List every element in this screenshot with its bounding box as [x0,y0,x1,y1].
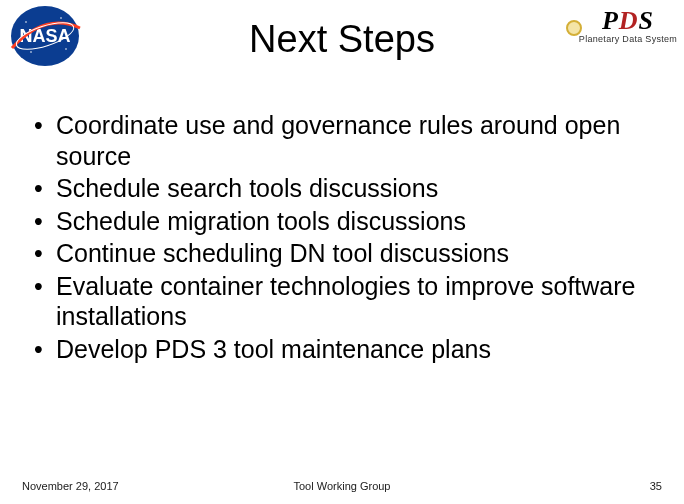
slide-title: Next Steps [0,18,684,61]
bullet-item: Continue scheduling DN tool discussions [34,238,650,269]
bullet-item: Evaluate container technologies to impro… [34,271,650,332]
bullet-item: Develop PDS 3 tool maintenance plans [34,334,650,365]
bullet-item: Coordinate use and governance rules arou… [34,110,650,171]
slide: NASA PDS Planetary Data System Next Step… [0,0,684,504]
footer-center: Tool Working Group [22,480,662,492]
bullet-item: Schedule migration tools discussions [34,206,650,237]
slide-body: Coordinate use and governance rules arou… [34,110,650,366]
bullet-item: Schedule search tools discussions [34,173,650,204]
header: NASA PDS Planetary Data System Next Step… [0,0,684,80]
bullet-list: Coordinate use and governance rules arou… [34,110,650,364]
footer-page-number: 35 [650,480,662,492]
